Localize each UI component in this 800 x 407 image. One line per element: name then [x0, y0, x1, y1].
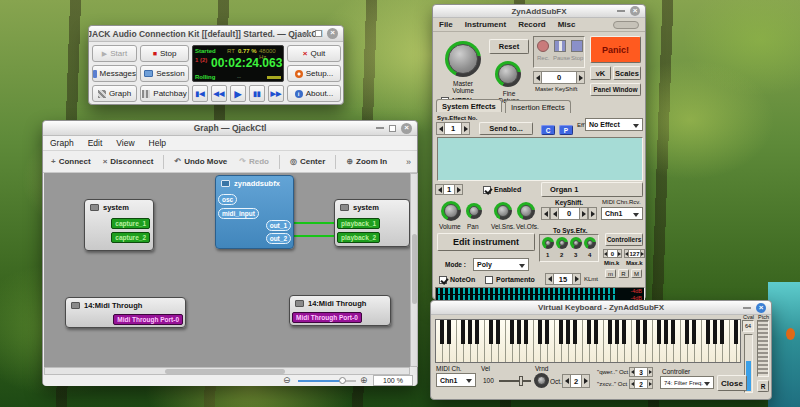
velofs-knob[interactable] — [517, 202, 535, 220]
horizontal-scrollbar[interactable] — [44, 367, 410, 375]
zxcv-oct-spinner[interactable]: 2 — [629, 379, 653, 389]
minimize-icon[interactable] — [376, 127, 384, 129]
controller-dropdown[interactable]: 74: Filter Freq. — [660, 376, 714, 389]
increment-arrow-icon[interactable] — [581, 374, 590, 388]
undo-move-button[interactable]: ↶Undo Move — [168, 154, 233, 170]
velsns-knob[interactable] — [494, 202, 512, 220]
master-volume-knob[interactable] — [445, 41, 481, 77]
zoom-slider-handle[interactable] — [339, 377, 346, 384]
part-spinner[interactable]: 1 — [435, 184, 463, 195]
fast-decrement-arrow-icon[interactable] — [545, 273, 554, 285]
increment-arrow-icon[interactable] — [579, 207, 588, 220]
node-midi-through-left[interactable]: 14:Midi Through Midi Through Port-0 — [65, 297, 186, 328]
increment-arrow-icon[interactable] — [576, 71, 585, 84]
center-button[interactable]: ◎Center — [284, 154, 331, 170]
quit-button[interactable]: × Quit — [287, 45, 341, 62]
vkb-midich-dropdown[interactable]: Chn1 — [436, 373, 476, 387]
increment-arrow-icon[interactable] — [647, 367, 653, 377]
send-to-button[interactable]: Send to... — [479, 122, 533, 135]
transport-pause-button[interactable]: ▮▮ — [249, 85, 265, 102]
master-keyshift-spinner[interactable]: 0 — [533, 71, 585, 84]
panic-button[interactable]: Panic! — [590, 36, 641, 63]
decrement-arrow-icon[interactable] — [562, 374, 571, 388]
noteon-checkbox[interactable] — [439, 276, 447, 284]
fine-detune-knob[interactable] — [495, 61, 521, 87]
sysfx-no-spinner[interactable]: 1 — [436, 122, 470, 135]
transport-rewind-start-button[interactable]: ▮◀ — [192, 85, 208, 102]
pitch-wheel[interactable] — [757, 320, 769, 377]
close-icon[interactable]: × — [327, 28, 338, 39]
patchbay-button[interactable]: Patchbay — [140, 85, 189, 102]
port-midi-through-in[interactable]: Midi Through Port-0 — [292, 312, 362, 323]
port-out-2[interactable]: out_2 — [266, 233, 291, 244]
part-pan-knob[interactable] — [466, 203, 482, 219]
midichn-dropdown[interactable]: Chn1 — [601, 207, 643, 220]
close-icon[interactable]: × — [401, 123, 412, 134]
node-zynaddsubfx[interactable]: zynaddsubfx osc midi_input out_1 out_2 — [215, 175, 294, 249]
jack-titlebar[interactable]: JACK Audio Connection Kit [[default]] St… — [89, 26, 343, 42]
connection-out2-playback2[interactable] — [291, 235, 334, 237]
close-icon[interactable]: × — [630, 6, 640, 16]
zoom-spinbox[interactable]: 100 % — [373, 375, 413, 386]
menu-file[interactable]: File — [433, 20, 459, 29]
mode-dropdown[interactable]: Poly — [473, 258, 529, 271]
decrement-arrow-icon[interactable] — [550, 207, 559, 220]
r-button[interactable]: R — [618, 269, 629, 278]
toolbar-overflow-button[interactable]: » — [406, 157, 415, 167]
fast-increment-arrow-icon[interactable] — [572, 273, 581, 285]
start-button[interactable]: ▶ Start — [92, 45, 137, 62]
vel-slider-track[interactable] — [499, 380, 531, 382]
port-playback-2[interactable]: playback_2 — [337, 232, 380, 243]
tab-insertion-effects[interactable]: Insertion Effects — [505, 100, 571, 113]
port-midi-through-out[interactable]: Midi Through Port-0 — [113, 314, 183, 325]
rec-icon[interactable] — [537, 40, 549, 52]
menu-edit[interactable]: Edit — [81, 138, 110, 148]
decrement-arrow-icon[interactable] — [436, 122, 445, 135]
graph-titlebar[interactable]: Graph — QjackCtl × — [43, 121, 417, 136]
zoom-slider-track[interactable] — [298, 380, 356, 382]
panel-window-button[interactable]: Panel Window — [590, 83, 641, 96]
vrnd-knob[interactable] — [534, 373, 549, 388]
piano-black-keys[interactable] — [436, 320, 740, 344]
klmt-spinner[interactable]: 15 — [545, 273, 581, 285]
zoom-out-icon[interactable]: ⊖ — [283, 375, 291, 385]
increment-arrow-icon[interactable] — [640, 249, 645, 258]
mm-button[interactable]: M — [631, 269, 642, 278]
copy-button[interactable]: C — [541, 125, 555, 135]
m-button[interactable]: m — [605, 269, 616, 278]
increment-arrow-icon[interactable] — [617, 249, 622, 258]
graph-canvas[interactable]: system capture_1 capture_2 zynaddsubfx o… — [44, 173, 410, 367]
setup-button[interactable]: Setup... — [287, 65, 341, 82]
menu-instrument[interactable]: Instrument — [459, 20, 512, 29]
session-button[interactable]: Session — [140, 65, 189, 82]
edit-instrument-button[interactable]: Edit instrument — [437, 233, 535, 251]
redo-button[interactable]: ↷Redo — [233, 154, 275, 170]
efftype-dropdown[interactable]: No Effect — [585, 118, 643, 131]
zoom-in-icon[interactable]: ⊕ — [360, 375, 368, 385]
reset-button[interactable]: Reset — [489, 39, 529, 54]
sysefx-knob-2[interactable] — [556, 237, 568, 249]
increment-arrow-icon[interactable] — [454, 184, 463, 195]
port-playback-1[interactable]: playback_1 — [337, 218, 380, 229]
vkb-titlebar[interactable]: Virtual Keyboard - ZynAddSubFX × — [431, 301, 771, 315]
enabled-checkbox[interactable] — [483, 186, 491, 194]
transport-play-button[interactable]: ▶ — [230, 85, 246, 102]
maximize-icon[interactable] — [389, 125, 396, 132]
zoom-in-button[interactable]: ⊕Zoom In — [340, 154, 393, 170]
about-button[interactable]: i About... — [287, 85, 341, 102]
connection-out1-playback1[interactable] — [291, 222, 334, 224]
minimize-icon[interactable] — [617, 10, 625, 12]
stop-button[interactable]: ■ Stop — [140, 45, 189, 62]
menu-view[interactable]: View — [109, 138, 141, 148]
piano-keyboard[interactable] — [435, 319, 741, 363]
pause-icon[interactable] — [554, 40, 566, 52]
port-out-1[interactable]: out_1 — [266, 220, 291, 231]
maxk-spinner[interactable]: 127 — [624, 249, 645, 258]
minimize-icon[interactable] — [302, 33, 310, 35]
increment-arrow-icon[interactable] — [647, 379, 653, 389]
sysefx-knob-1[interactable] — [542, 237, 554, 249]
instrument-name-button[interactable]: Organ 1 — [541, 182, 643, 197]
vk-button[interactable]: vK — [590, 66, 611, 80]
menu-graph[interactable]: Graph — [43, 138, 81, 148]
fast-decrement-arrow-icon[interactable] — [541, 207, 550, 220]
